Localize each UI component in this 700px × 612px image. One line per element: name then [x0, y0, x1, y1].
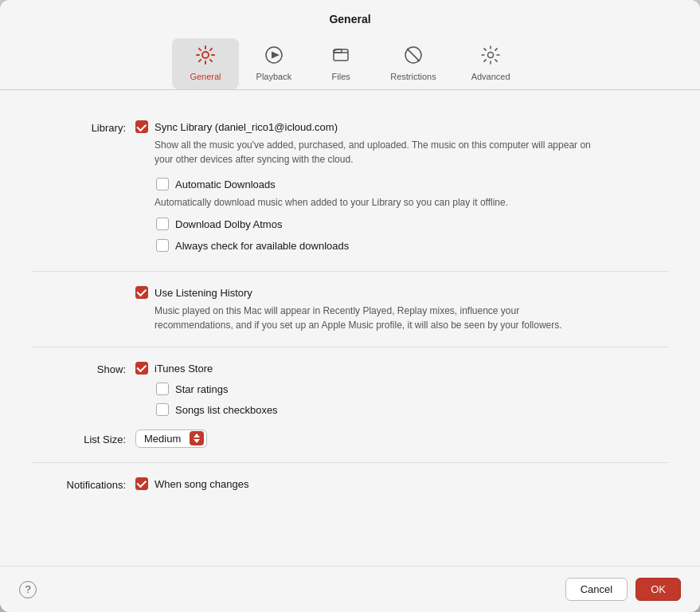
songs-list-checkboxes-checkbox[interactable] [156, 403, 169, 416]
listening-history-label-col [32, 286, 135, 288]
window-title: General [16, 13, 684, 26]
playback-icon [264, 45, 284, 69]
auto-downloads-checkbox[interactable] [156, 178, 169, 190]
tab-advanced[interactable]: Advanced [454, 38, 528, 89]
tab-advanced-label: Advanced [471, 72, 510, 81]
svg-point-0 [202, 52, 209, 58]
sync-library-checkbox-row: Sync Library (daniel_rico1@icloud.com) [135, 120, 668, 135]
dolby-atmos-checkbox[interactable] [156, 218, 169, 230]
show-label: Show: [32, 362, 135, 375]
list-size-control: Small Medium Large [135, 430, 668, 448]
general-icon [195, 45, 216, 69]
sync-library-row: Library: Sync Library (daniel_rico1@iclo… [32, 120, 668, 257]
dolby-atmos-row: Download Dolby Atmos [156, 218, 668, 232]
show-controls: iTunes Store Star ratings Songs list che… [135, 362, 668, 422]
auto-downloads-row: Automatic Downloads [156, 178, 668, 192]
always-check-row: Always check for available downloads [156, 239, 668, 253]
list-size-row: List Size: Small Medium Large [32, 430, 668, 448]
when-song-changes-checkbox[interactable] [135, 477, 148, 490]
tab-files-label: Files [332, 72, 350, 81]
list-size-label: List Size: [32, 432, 135, 445]
library-controls: Sync Library (daniel_rico1@icloud.com) S… [135, 120, 668, 257]
library-label: Library: [32, 120, 135, 134]
library-section: Library: Sync Library (daniel_rico1@iclo… [32, 106, 668, 272]
show-section: Show: iTunes Store Star ratings Songs li… [32, 347, 668, 463]
svg-line-6 [210, 60, 212, 61]
sync-library-description: Show all the music you've added, purchas… [154, 138, 600, 167]
listening-history-row: Use Listening History Music played on th… [32, 286, 668, 332]
listening-history-controls: Use Listening History Music played on th… [135, 286, 668, 332]
notifications-controls: When song changes [135, 477, 668, 495]
dolby-atmos-label: Download Dolby Atmos [175, 218, 282, 232]
when-song-changes-label: When song changes [154, 477, 249, 492]
svg-line-22 [484, 60, 486, 61]
use-listening-history-description: Music played on this Mac will appear in … [154, 304, 600, 332]
sync-library-checkbox[interactable] [135, 120, 148, 133]
preferences-window: General [0, 0, 700, 612]
tab-files[interactable]: Files [309, 38, 373, 89]
svg-rect-11 [334, 49, 348, 61]
songs-list-checkboxes-label: Songs list checkboxes [175, 403, 278, 418]
list-size-select-container: Small Medium Large [135, 430, 207, 448]
svg-marker-10 [272, 52, 280, 59]
svg-line-19 [484, 49, 486, 50]
songs-list-checkboxes-row: Songs list checkboxes [156, 403, 668, 418]
tab-restrictions-label: Restrictions [390, 72, 436, 81]
sync-library-label: Sync Library (daniel_rico1@icloud.com) [154, 120, 338, 135]
star-ratings-row: Star ratings [156, 382, 668, 397]
use-listening-history-label: Use Listening History [154, 286, 252, 300]
star-ratings-label: Star ratings [175, 382, 228, 397]
svg-line-8 [199, 60, 201, 61]
use-listening-history-checkbox-row: Use Listening History [135, 286, 668, 300]
cancel-button[interactable]: Cancel [565, 578, 628, 601]
footer-buttons: Cancel OK [565, 578, 681, 601]
auto-downloads-label: Automatic Downloads [175, 178, 276, 192]
tab-playback[interactable]: Playback [239, 38, 310, 89]
svg-line-7 [210, 49, 212, 50]
toolbar: General Playback [16, 35, 684, 89]
itunes-store-row: iTunes Store [135, 362, 668, 376]
use-listening-history-checkbox[interactable] [135, 286, 148, 299]
content-area: Library: Sync Library (daniel_rico1@iclo… [0, 90, 700, 566]
title-bar: General [0, 0, 700, 89]
auto-downloads-description: Automatically download music when added … [154, 195, 600, 210]
tab-general-label: General [190, 72, 221, 81]
always-check-checkbox[interactable] [156, 239, 169, 252]
advanced-icon [480, 45, 501, 69]
tab-general[interactable]: General [172, 38, 238, 89]
svg-point-14 [488, 53, 494, 58]
itunes-store-checkbox[interactable] [135, 362, 148, 375]
footer: ? Cancel OK [0, 566, 700, 612]
when-song-changes-row: When song changes [135, 477, 668, 492]
svg-line-5 [199, 49, 201, 50]
itunes-store-label: iTunes Store [154, 362, 213, 376]
show-row: Show: iTunes Store Star ratings Songs li… [32, 362, 668, 422]
svg-line-21 [495, 49, 497, 50]
always-check-label: Always check for available downloads [175, 239, 349, 253]
notifications-row: Notifications: When song changes [32, 477, 668, 495]
list-size-select[interactable]: Small Medium Large [135, 430, 207, 448]
tab-restrictions[interactable]: Restrictions [373, 38, 453, 89]
ok-button[interactable]: OK [635, 578, 681, 601]
svg-line-13 [407, 49, 420, 61]
help-button[interactable]: ? [19, 581, 37, 598]
notifications-section: Notifications: When song changes [32, 463, 668, 509]
files-icon [330, 45, 351, 69]
restrictions-icon [403, 45, 424, 69]
listening-history-section: Use Listening History Music played on th… [32, 272, 668, 347]
notifications-label: Notifications: [32, 477, 135, 491]
star-ratings-checkbox[interactable] [156, 382, 169, 395]
svg-line-20 [495, 60, 497, 61]
tab-playback-label: Playback [256, 72, 292, 81]
